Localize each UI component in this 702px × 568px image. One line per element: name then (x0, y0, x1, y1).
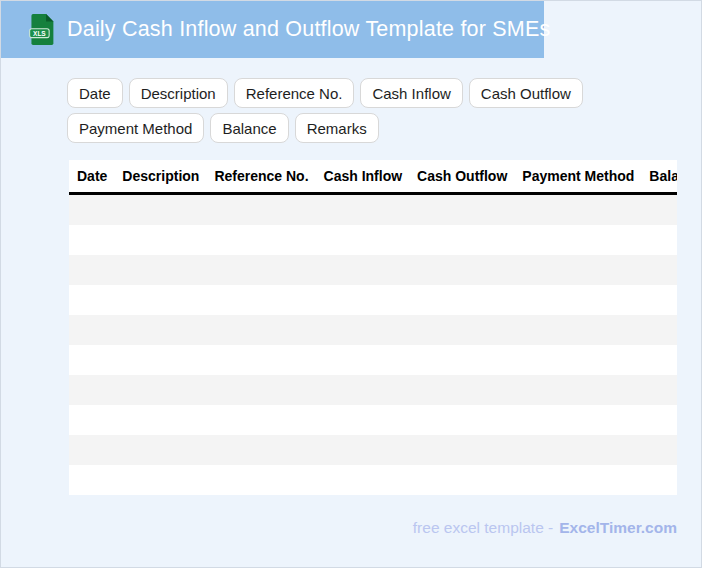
title-bar: XLS Daily Cash Inflow and Outflow Templa… (1, 1, 544, 58)
table-row (69, 465, 677, 495)
footer-text: free excel template - (413, 519, 553, 536)
table-row (69, 225, 677, 255)
table-header-row: DateDescriptionReference No.Cash InflowC… (69, 160, 677, 192)
table-row (69, 255, 677, 285)
column-header-cash-outflow: Cash Outflow (417, 168, 507, 184)
table-row (69, 315, 677, 345)
table-row (69, 405, 677, 435)
template-table: DateDescriptionReference No.Cash InflowC… (69, 160, 677, 495)
table-row (69, 435, 677, 465)
chip-cash-outflow[interactable]: Cash Outflow (469, 78, 583, 108)
column-header-reference-no: Reference No. (214, 168, 308, 184)
column-header-description: Description (122, 168, 199, 184)
column-header-payment-method: Payment Method (522, 168, 634, 184)
column-chip-list: DateDescriptionReference No.Cash InflowC… (67, 78, 702, 143)
chip-date[interactable]: Date (67, 78, 123, 108)
chip-reference-no[interactable]: Reference No. (234, 78, 355, 108)
chip-remarks[interactable]: Remarks (295, 113, 379, 143)
table-row (69, 195, 677, 225)
chip-description[interactable]: Description (129, 78, 228, 108)
table-row (69, 285, 677, 315)
column-header-balance: Balance (649, 168, 677, 184)
column-header-date: Date (77, 168, 107, 184)
table-row (69, 345, 677, 375)
table-row (69, 375, 677, 405)
xls-file-icon: XLS (29, 13, 55, 46)
table-body (69, 195, 677, 495)
page-title: Daily Cash Inflow and Outflow Template f… (67, 1, 550, 58)
footer-brand-link[interactable]: ExcelTimer.com (559, 519, 677, 536)
chip-cash-inflow[interactable]: Cash Inflow (360, 78, 462, 108)
column-header-cash-inflow: Cash Inflow (324, 168, 403, 184)
footer: free excel template -ExcelTimer.com (69, 519, 677, 537)
chip-balance[interactable]: Balance (210, 113, 288, 143)
chip-payment-method[interactable]: Payment Method (67, 113, 204, 143)
xls-icon-label: XLS (33, 30, 46, 37)
